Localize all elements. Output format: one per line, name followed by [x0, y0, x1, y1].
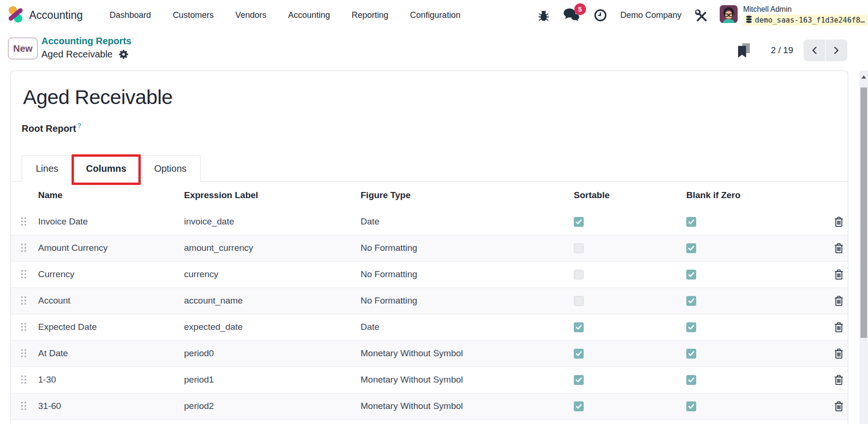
sortable-checkbox[interactable] — [574, 296, 584, 306]
expression-label-cell[interactable]: amount_currency — [184, 243, 361, 253]
menu-item-accounting[interactable]: Accounting — [281, 7, 338, 24]
expression-label-cell[interactable]: period0 — [184, 348, 361, 359]
blank-if-zero-checkbox[interactable] — [686, 217, 696, 227]
drag-handle-icon[interactable] — [19, 244, 38, 252]
expression-label-cell[interactable]: period2 — [184, 401, 361, 411]
blank-if-zero-checkbox[interactable] — [686, 270, 696, 280]
name-cell[interactable]: Account — [38, 296, 184, 306]
expression-label-cell[interactable]: currency — [184, 269, 361, 280]
delete-row-button[interactable] — [830, 348, 847, 359]
figure-type-cell[interactable]: No Formatting — [361, 269, 574, 280]
support-tools-icon[interactable] — [688, 0, 715, 30]
vertical-scrollbar[interactable] — [860, 71, 868, 424]
blank-if-zero-checkbox[interactable] — [686, 349, 696, 359]
expression-label-cell[interactable]: account_name — [184, 296, 361, 306]
user-menu[interactable]: Mitchell Admin demo_saas-163_f1d3e246f8… — [720, 5, 867, 26]
tab-columns[interactable]: Columns — [72, 156, 141, 182]
figure-type-cell[interactable]: Monetary Without Symbol — [361, 348, 574, 359]
report-name-field[interactable]: Aged Receivable — [23, 85, 848, 109]
pager-value[interactable]: 2 / 19 — [771, 45, 793, 56]
messages-icon[interactable]: 5 — [556, 0, 587, 30]
sortable-checkbox[interactable] — [574, 322, 584, 332]
blank-if-zero-checkbox[interactable] — [686, 322, 696, 332]
user-name: Mitchell Admin — [743, 5, 867, 14]
drag-handle-icon[interactable] — [19, 376, 38, 384]
debug-bug-icon[interactable] — [531, 0, 556, 30]
header-figure-type[interactable]: Figure Type — [361, 190, 574, 200]
expression-label-cell[interactable]: period1 — [184, 375, 361, 385]
avatar — [720, 5, 738, 25]
drag-handle-icon[interactable] — [19, 296, 38, 305]
menu-item-dashboard[interactable]: Dashboard — [102, 7, 159, 24]
drag-handle-icon[interactable] — [19, 402, 38, 410]
activities-clock-icon[interactable] — [587, 0, 614, 30]
apps-menu-button[interactable]: Accounting — [8, 6, 83, 25]
name-cell[interactable]: Expected Date — [38, 322, 184, 332]
name-cell[interactable]: Invoice Date — [38, 216, 184, 227]
tab-lines[interactable]: Lines — [22, 156, 72, 182]
delete-row-button[interactable] — [830, 216, 847, 227]
figure-type-cell[interactable]: No Formatting — [361, 296, 574, 306]
pager-next-button[interactable] — [826, 40, 847, 61]
expression-label-cell[interactable]: expected_date — [184, 322, 361, 332]
blank-if-zero-checkbox[interactable] — [686, 401, 696, 411]
blank-if-zero-checkbox[interactable] — [686, 243, 696, 253]
control-panel: New Accounting Reports Aged Receivable — [0, 30, 868, 71]
delete-row-button[interactable] — [830, 401, 847, 412]
delete-row-button[interactable] — [830, 322, 847, 333]
name-cell[interactable]: At Date — [38, 348, 184, 359]
chevron-right-icon — [833, 46, 840, 55]
check-icon — [688, 377, 694, 383]
figure-type-cell[interactable]: Date — [361, 216, 574, 227]
sortable-checkbox[interactable] — [574, 270, 584, 280]
menu-item-reporting[interactable]: Reporting — [344, 7, 396, 24]
sortable-checkbox[interactable] — [574, 243, 584, 253]
delete-row-button[interactable] — [830, 243, 847, 254]
header-name[interactable]: Name — [38, 190, 184, 200]
topbar-menu: DashboardCustomersVendorsAccountingRepor… — [99, 7, 471, 24]
drag-handle-icon[interactable] — [19, 349, 38, 358]
delete-row-button[interactable] — [830, 269, 847, 280]
header-sortable[interactable]: Sortable — [574, 190, 686, 200]
delete-row-button[interactable] — [830, 375, 847, 385]
check-icon — [576, 351, 582, 356]
figure-type-cell[interactable]: No Formatting — [361, 243, 574, 253]
name-cell[interactable]: Currency — [38, 269, 184, 280]
gear-icon[interactable] — [118, 49, 129, 60]
sortable-checkbox[interactable] — [574, 217, 584, 227]
header-blank-if-zero[interactable]: Blank if Zero — [686, 190, 830, 200]
name-cell[interactable]: 31-60 — [38, 401, 184, 411]
figure-type-cell[interactable]: Monetary Without Symbol — [361, 401, 574, 411]
menu-item-configuration[interactable]: Configuration — [402, 7, 468, 24]
sortable-checkbox[interactable] — [574, 375, 584, 385]
blank-if-zero-checkbox[interactable] — [686, 296, 696, 306]
pager-previous-button[interactable] — [804, 40, 825, 61]
new-button[interactable]: New — [8, 38, 38, 59]
menu-item-vendors[interactable]: Vendors — [228, 7, 274, 24]
sortable-checkbox[interactable] — [574, 349, 584, 359]
scroll-up-arrow-icon[interactable] — [860, 71, 868, 83]
figure-type-cell[interactable]: Monetary Without Symbol — [361, 375, 574, 385]
odoo-accounting-window: Accounting DashboardCustomersVendorsAcco… — [0, 0, 868, 424]
blank-if-zero-checkbox[interactable] — [686, 375, 696, 385]
check-icon — [576, 404, 582, 409]
company-switcher[interactable]: Demo Company — [614, 10, 688, 20]
menu-item-customers[interactable]: Customers — [165, 7, 221, 24]
check-icon — [688, 325, 694, 330]
bookmark-icon[interactable] — [737, 43, 750, 58]
table-row: 31-60 period2 Monetary Without Symbol — [11, 393, 848, 420]
tab-options[interactable]: Options — [140, 156, 200, 182]
sortable-checkbox[interactable] — [574, 401, 584, 411]
expression-label-cell[interactable]: invoice_date — [184, 216, 361, 227]
breadcrumb-parent-link[interactable]: Accounting Reports — [41, 35, 131, 47]
name-cell[interactable]: Amount Currency — [38, 243, 184, 253]
drag-handle-icon[interactable] — [19, 270, 38, 279]
drag-handle-icon[interactable] — [19, 217, 38, 226]
drag-handle-icon[interactable] — [19, 323, 38, 331]
name-cell[interactable]: 1-30 — [38, 375, 184, 385]
table-row: At Date period0 Monetary Without Symbol — [11, 341, 848, 367]
header-expression-label[interactable]: Expression Label — [184, 190, 361, 200]
delete-row-button[interactable] — [830, 296, 847, 306]
figure-type-cell[interactable]: Date — [361, 322, 574, 332]
scrollbar-thumb[interactable] — [860, 88, 867, 338]
